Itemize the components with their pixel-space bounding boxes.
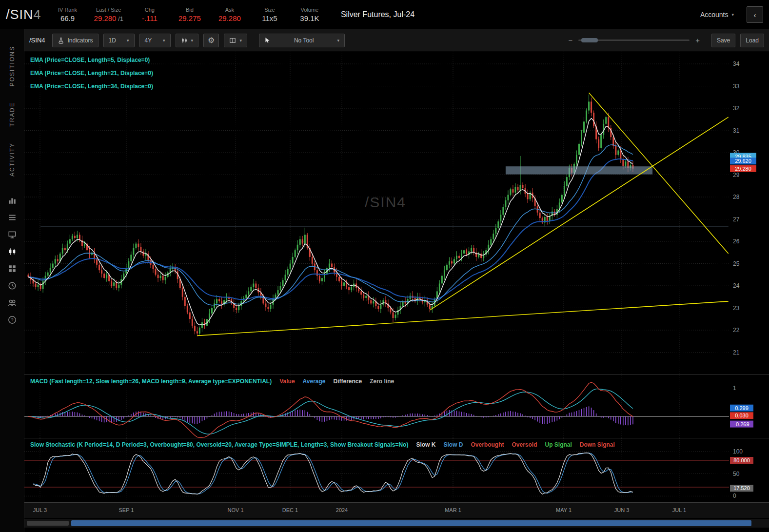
collapse-panel-button[interactable]: ‹ xyxy=(747,6,763,23)
load-button[interactable]: Load xyxy=(740,34,764,47)
candle-body xyxy=(566,177,568,186)
zoom-slider-thumb[interactable] xyxy=(581,38,598,42)
zoom-slider[interactable] xyxy=(578,39,690,41)
indicators-button[interactable]: Indicators xyxy=(52,34,99,47)
candle-body xyxy=(493,234,494,239)
candle-body xyxy=(380,305,381,309)
list-icon[interactable] xyxy=(8,213,17,222)
time-scrollbar[interactable] xyxy=(24,519,769,528)
candle-body xyxy=(133,248,134,255)
chart-settings-button[interactable]: ⚙ xyxy=(203,34,219,47)
chevron-down-icon: ▾ xyxy=(191,38,194,43)
stats-icon[interactable] xyxy=(8,196,17,205)
trendline[interactable] xyxy=(197,301,728,336)
stoch-legend-overbought: Overbought xyxy=(471,441,504,448)
trading-app: /SIN4 IV Rank 66.9 Last / Size 29.280 /1… xyxy=(0,0,769,532)
chg-field: Chg -.111 xyxy=(136,7,163,22)
price-axis-badge-text: 29.280 xyxy=(735,166,751,172)
stoch-legend-slowk: Slow K xyxy=(416,441,435,448)
drawing-tool-dropdown[interactable]: No Tool ▾ xyxy=(259,34,345,47)
price-tick-label: 23 xyxy=(733,305,740,312)
ema-34-line[interactable] xyxy=(28,159,633,299)
chart-module: /SIN4 Indicators 1D ▾ 4Y ▾ ▾ ⚙ ▾ xyxy=(24,29,769,532)
candle-body xyxy=(218,299,220,301)
time-axis-label: NOV 1 xyxy=(227,507,243,513)
time-axis-label: JUL 3 xyxy=(33,507,47,513)
candle-body xyxy=(363,295,364,298)
price-zone-rectangle[interactable] xyxy=(506,166,652,174)
candle-body xyxy=(295,250,296,257)
accounts-dropdown[interactable]: Accounts ▾ xyxy=(700,11,734,19)
candle-body xyxy=(135,244,137,248)
candle-body xyxy=(466,250,467,255)
price-chart-panel[interactable]: 343332313029282726252423222129.83529.620… xyxy=(24,52,769,374)
price-axis-badge-text: 29.620 xyxy=(735,158,751,164)
macd-legend-average: Average xyxy=(303,378,326,385)
candle-body xyxy=(280,286,281,290)
help-icon[interactable]: ? xyxy=(8,315,17,324)
candle-body xyxy=(62,248,63,254)
range-dropdown[interactable]: 4Y ▾ xyxy=(139,34,171,47)
people-icon[interactable] xyxy=(8,298,17,307)
timeframe-dropdown[interactable]: 1D ▾ xyxy=(103,34,135,47)
price-tick-label: 22 xyxy=(733,327,740,334)
candle-body xyxy=(187,306,188,313)
candle-body xyxy=(160,276,161,278)
candle-body xyxy=(319,276,320,281)
stoch-tick-label: 50 xyxy=(733,471,740,477)
stoch-legend-slowd: Slow D xyxy=(443,441,463,448)
time-axis[interactable]: JUL 3SEP 1NOV 1DEC 12024MAR 1MAY 1JUN 3J… xyxy=(24,502,769,518)
monitor-icon[interactable] xyxy=(8,230,17,239)
grid-icon[interactable] xyxy=(8,264,17,273)
candle-body xyxy=(578,144,580,155)
clock-icon[interactable] xyxy=(8,281,17,290)
chevron-down-icon: ▾ xyxy=(163,38,165,43)
candle-body xyxy=(304,235,306,243)
scrollbar-left-segment[interactable] xyxy=(27,521,69,526)
candle-body xyxy=(522,185,524,188)
candle-body xyxy=(35,284,37,287)
chart-style-dropdown[interactable]: ▾ xyxy=(176,34,199,47)
stochastic-panel[interactable]: 10050080.00017.520 Slow Stochastic (K Pe… xyxy=(24,438,769,502)
sidebar-tab-trade[interactable]: TRADE xyxy=(9,94,16,135)
time-axis-label: MAR 1 xyxy=(445,507,461,513)
symbol-title: /SIN4 xyxy=(6,7,41,22)
macd-panel[interactable]: 100.2990.030-0.269 MACD (Fast length=12,… xyxy=(24,374,769,438)
scrollbar-thumb[interactable] xyxy=(71,520,751,526)
chart-icon[interactable] xyxy=(8,247,17,256)
candle-body xyxy=(620,151,621,159)
candle-body xyxy=(194,326,196,331)
candle-body xyxy=(155,269,157,275)
chevron-down-icon: ▾ xyxy=(731,12,734,17)
macd-axis-badge-text: 0.030 xyxy=(735,413,749,418)
candle-body xyxy=(495,228,496,234)
zoom-out-button[interactable]: − xyxy=(568,36,572,44)
candle-body xyxy=(351,287,352,290)
price-chart-canvas[interactable]: 343332313029282726252423222129.83529.620… xyxy=(24,52,769,374)
candle-body xyxy=(287,269,289,275)
zoom-in-button[interactable]: + xyxy=(695,36,700,44)
candle-body xyxy=(329,264,330,268)
candle-body xyxy=(429,305,431,309)
candle-body xyxy=(292,257,294,264)
candle-body xyxy=(365,296,367,298)
price-tick-label: 27 xyxy=(733,216,740,223)
candle-body xyxy=(138,244,139,247)
candle-body xyxy=(162,276,164,280)
price-tick-label: 25 xyxy=(733,260,740,267)
sidebar-tab-activity[interactable]: ACTIVITY xyxy=(9,135,16,184)
symbol-suffix: 4 xyxy=(34,7,41,22)
toolbar-symbol-label[interactable]: /SIN4 xyxy=(29,37,45,44)
candle-body xyxy=(42,281,44,289)
layout-dropdown[interactable]: ▾ xyxy=(224,34,247,47)
candle-body xyxy=(130,255,132,261)
save-button[interactable]: Save xyxy=(711,34,735,47)
symbol-prefix: /SIN xyxy=(6,7,34,22)
sidebar-tab-positions[interactable]: POSITIONS xyxy=(9,38,16,94)
iv-rank-field: IV Rank 66.9 xyxy=(54,7,81,22)
candle-body xyxy=(116,282,117,288)
candle-body xyxy=(69,239,71,244)
stoch-tick-label: 100 xyxy=(733,448,743,455)
macd-legend-difference: Difference xyxy=(333,378,362,385)
candle-body xyxy=(561,195,563,203)
